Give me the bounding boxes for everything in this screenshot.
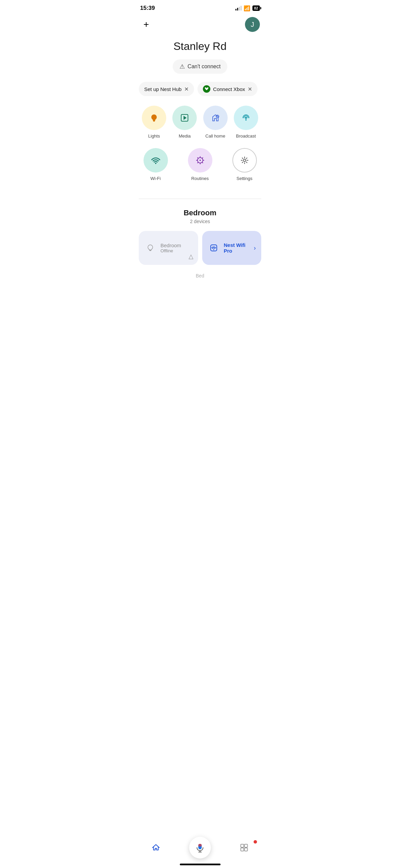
connect-xbox-pill[interactable]: Connect Xbox ✕	[197, 82, 258, 96]
settings-action[interactable]: Settings	[228, 148, 261, 181]
status-icons: 📶 82	[235, 5, 260, 12]
wifi-action[interactable]: Wi-Fi	[139, 148, 172, 181]
svg-point-11	[243, 159, 246, 162]
svg-rect-12	[149, 250, 151, 251]
settings-circle	[232, 148, 257, 173]
nest-wifi-info: Nest Wifi Pro	[224, 242, 250, 254]
chevron-right-icon: ›	[254, 245, 256, 252]
media-action[interactable]: Media	[169, 106, 200, 139]
broadcast-action[interactable]: Broadcast	[231, 106, 261, 139]
light-device-icon	[144, 242, 156, 254]
routines-action[interactable]: Routines	[183, 148, 217, 181]
plus-icon: +	[144, 20, 149, 29]
xbox-icon	[203, 85, 210, 93]
room-device-count: 2 devices	[139, 219, 261, 224]
warning-circle-icon: ⚠	[179, 63, 185, 70]
call-home-circle	[203, 106, 228, 130]
add-button[interactable]: +	[140, 18, 152, 31]
bedroom-light-name: Bedroom	[160, 242, 193, 248]
wifi-icon: 📶	[244, 5, 250, 12]
svg-rect-1	[153, 120, 155, 121]
status-bar: 15:39 📶 82	[133, 0, 267, 14]
bedroom-light-info: Bedroom Offline	[160, 242, 193, 253]
partial-room-label: Bed	[133, 273, 267, 278]
device-cards: Bedroom Offline △ Nest Wifi Pro ›	[139, 231, 261, 265]
nest-wifi-pro-card[interactable]: Nest Wifi Pro ›	[202, 231, 262, 265]
avatar[interactable]: J	[245, 17, 260, 32]
svg-rect-13	[150, 251, 151, 251]
bedroom-light-status: Offline	[160, 248, 193, 253]
room-title: Bedroom	[139, 209, 261, 217]
wifi-action-circle	[144, 148, 168, 173]
room-section: Bedroom 2 devices Bedroom Offline △	[133, 209, 267, 272]
svg-rect-2	[153, 121, 155, 122]
settings-label: Settings	[236, 176, 252, 181]
lightbulb-icon	[149, 112, 159, 123]
svg-point-10	[199, 160, 201, 161]
svg-point-8	[155, 163, 156, 164]
status-time: 15:39	[140, 5, 155, 12]
setup-nest-hub-close-icon[interactable]: ✕	[184, 86, 189, 92]
lights-action[interactable]: Lights	[139, 106, 169, 139]
svg-point-6	[245, 117, 247, 119]
broadcast-icon	[241, 112, 251, 123]
lights-circle	[142, 106, 166, 130]
cant-connect-pill[interactable]: ⚠ Can't connect	[173, 59, 227, 74]
routines-label: Routines	[191, 176, 209, 181]
battery-indicator: 82	[252, 5, 260, 11]
quick-actions-row-2: Wi-Fi Routines	[139, 148, 261, 181]
signal-icon	[235, 6, 242, 11]
media-circle	[172, 106, 197, 130]
quick-actions: Lights Media Call home	[133, 106, 267, 199]
wifi-device-icon	[208, 242, 220, 254]
connect-xbox-label: Connect Xbox	[213, 86, 245, 92]
connect-xbox-close-icon[interactable]: ✕	[248, 86, 252, 92]
setup-nest-hub-pill[interactable]: Set up Nest Hub ✕	[139, 82, 194, 96]
home-title: Stanley Rd	[133, 37, 267, 59]
wifi-action-icon	[150, 155, 161, 166]
svg-point-15	[213, 249, 214, 250]
gear-icon	[239, 155, 250, 166]
svg-marker-4	[184, 116, 187, 120]
routines-icon	[195, 155, 206, 166]
quick-actions-row-1: Lights Media Call home	[139, 106, 261, 139]
call-home-label: Call home	[205, 133, 225, 139]
top-bar: + J	[133, 14, 267, 37]
play-icon	[179, 112, 190, 123]
setup-nest-hub-label: Set up Nest Hub	[144, 86, 182, 92]
lights-label: Lights	[148, 133, 160, 139]
media-label: Media	[179, 133, 191, 139]
svg-point-7	[245, 119, 247, 121]
offline-warning-icon: △	[189, 253, 193, 260]
section-divider	[139, 199, 261, 199]
cant-connect-text: Can't connect	[188, 64, 221, 70]
nest-wifi-name: Nest Wifi Pro	[224, 242, 250, 254]
call-home-icon	[210, 112, 221, 123]
broadcast-circle	[234, 106, 258, 130]
setup-pills-row: Set up Nest Hub ✕ Connect Xbox ✕	[133, 82, 267, 106]
broadcast-label: Broadcast	[236, 133, 256, 139]
bedroom-light-card[interactable]: Bedroom Offline △	[139, 231, 198, 265]
routines-circle	[188, 148, 212, 173]
call-home-action[interactable]: Call home	[200, 106, 231, 139]
wifi-action-label: Wi-Fi	[150, 176, 160, 181]
